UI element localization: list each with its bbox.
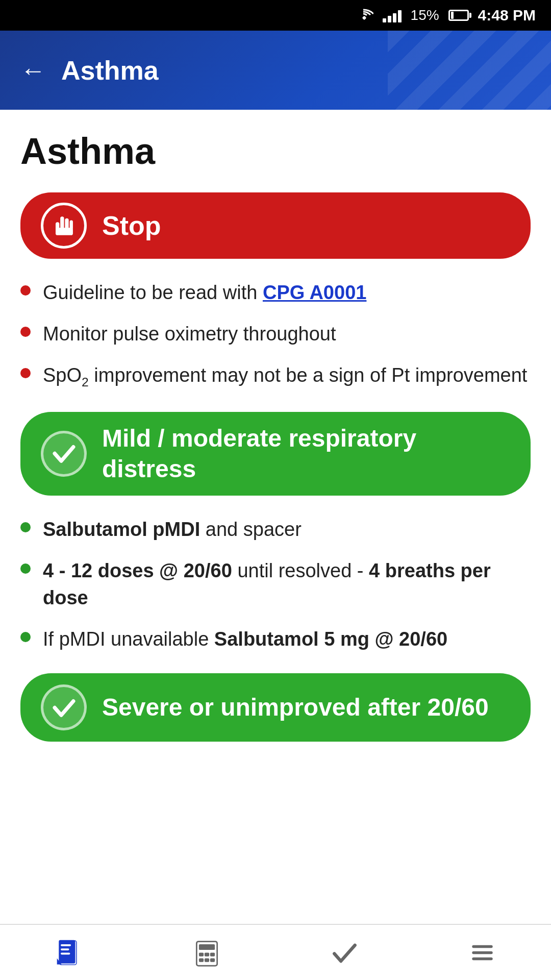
bullet-dot [20,368,31,378]
nav-document[interactable] [0,925,138,980]
bullet-item-2: Monitor pulse oximetry throughout [20,321,531,348]
bullet-item-1: Guideline to be read with CPG A0001 [20,279,531,306]
bullet-dot-green [20,522,31,532]
severe-banner: Severe or unimproved after 20/60 [20,673,531,742]
svg-rect-14 [198,944,214,950]
header-title: Asthma [61,55,159,86]
severe-label: Severe or unimproved after 20/60 [102,692,489,723]
svg-rect-11 [61,952,70,954]
svg-rect-1 [60,216,64,230]
mild-bullet-2: 4 - 12 doses @ 20/60 until resolved - 4 … [20,557,531,611]
svg-rect-20 [210,958,214,962]
svg-rect-17 [210,952,214,956]
stop-bullets: Guideline to be read with CPG A0001 Moni… [20,279,531,391]
page-title: Asthma [20,130,531,172]
main-content: Asthma Stop Guideline to be read with CP… [0,110,551,828]
bullet-item-3: SpO2 improvement may not be a sign of Pt… [20,362,531,391]
svg-rect-16 [204,952,209,956]
svg-rect-9 [61,944,71,946]
svg-point-0 [363,16,366,19]
bullet-text-2: Monitor pulse oximetry throughout [43,321,336,348]
battery-percent: 15% [411,7,439,23]
cpg-link[interactable]: CPG A0001 [263,282,366,303]
battery-icon [448,10,469,21]
stop-banner: Stop [20,192,531,259]
nav-calculator[interactable] [138,925,276,980]
mild-banner: Mild / moderate respiratory distress [20,412,531,496]
bottom-nav [0,924,551,980]
bullet-text-3: SpO2 improvement may not be a sign of Pt… [43,362,527,391]
stop-label: Stop [102,210,161,241]
mild-bullet-1: Salbutamol pMDI and spacer [20,516,531,543]
mild-bullet-3: If pMDI unavailable Salbutamol 5 mg @ 20… [20,626,531,653]
check-icon-mild [41,431,87,477]
mild-label: Mild / moderate respiratory distress [102,423,510,484]
svg-rect-5 [56,228,73,235]
back-button[interactable]: ← [20,56,46,85]
mild-bullets: Salbutamol pMDI and spacer 4 - 12 doses … [20,516,531,653]
svg-rect-23 [472,957,492,960]
status-bar: 15% 4:48 PM [0,0,551,31]
nav-menu[interactable] [413,925,551,980]
wifi-icon [355,7,373,24]
svg-rect-21 [472,945,492,948]
svg-rect-22 [472,951,492,954]
svg-rect-8 [59,940,75,963]
svg-rect-10 [61,948,69,950]
svg-rect-15 [198,952,203,956]
bullet-dot-green [20,632,31,642]
nav-check[interactable] [276,925,413,980]
bullet-dot-green [20,564,31,574]
check-icon-severe [41,684,87,730]
signal-icon [383,8,402,22]
stop-icon [41,203,87,249]
bullet-dot [20,327,31,337]
bullet-dot [20,285,31,296]
svg-rect-18 [198,958,203,962]
time-display: 4:48 PM [478,7,536,24]
app-header: ← Asthma [0,31,551,110]
svg-rect-19 [204,958,209,962]
